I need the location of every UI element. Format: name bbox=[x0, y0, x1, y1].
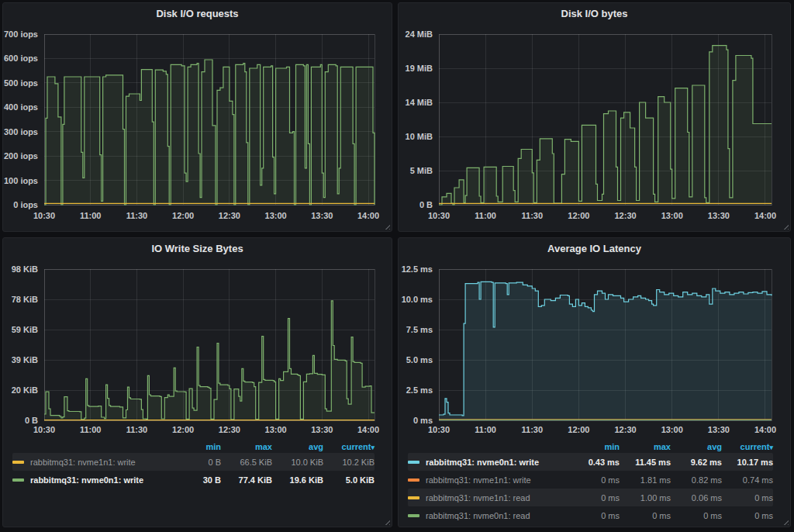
y-tick-label: 5 MiB bbox=[410, 166, 433, 175]
x-tick-label: 12:00 bbox=[568, 211, 589, 220]
legend-sort-current[interactable]: current▾ bbox=[323, 442, 375, 451]
legend-value-current: 0 ms bbox=[722, 511, 773, 520]
y-tick-label: 500 iops bbox=[4, 78, 38, 88]
legend-row: rabbitmq31: nvme1n1: write0 B66.5 KiB10.… bbox=[12, 453, 375, 471]
x-tick-label: 12:30 bbox=[219, 211, 240, 220]
legend-value-current: 5.0 KiB bbox=[323, 475, 375, 485]
y-tick-label: 12.5 ms bbox=[402, 264, 433, 274]
y-tick-label: 7.5 ms bbox=[406, 325, 433, 334]
x-tick-label: 13:00 bbox=[661, 211, 683, 220]
x-tick-label: 13:00 bbox=[265, 211, 287, 220]
chart-canvas[interactable]: 0 iops100 iops200 iops300 iops400 iops50… bbox=[3, 23, 392, 231]
legend-value-avg: 19.6 KiB bbox=[272, 475, 323, 485]
panel-resize-handle[interactable] bbox=[383, 518, 390, 525]
legend-series-name: rabbitmq31: nvme1n1: read bbox=[426, 493, 530, 503]
x-tick-label: 14:00 bbox=[754, 211, 776, 220]
chart-canvas[interactable]: 0 ms2.5 ms5.0 ms7.5 ms10.0 ms12.5 ms10:3… bbox=[399, 258, 790, 437]
dashboard: Disk I/O requests 0 iops100 iops200 iops… bbox=[0, 0, 794, 530]
x-tick-label: 12:00 bbox=[172, 425, 194, 434]
legend-value-max: 0 ms bbox=[620, 511, 671, 520]
legend-sort-max[interactable]: max bbox=[221, 442, 272, 451]
x-tick-label: 12:30 bbox=[219, 425, 240, 434]
series-fill bbox=[439, 46, 772, 205]
legend-row: rabbitmq31: nvme0n1: write0.43 ms11.45 m… bbox=[408, 453, 773, 471]
legend-row: rabbitmq31: nvme0n1: write30 B77.4 KiB19… bbox=[12, 471, 375, 489]
x-tick-label: 11:00 bbox=[80, 211, 102, 220]
legend-series-toggle[interactable]: rabbitmq31: nvme0n1: read bbox=[408, 511, 568, 520]
y-tick-label: 0 B bbox=[25, 416, 38, 425]
y-tick-label: 19 MiB bbox=[406, 64, 433, 73]
x-tick-label: 11:00 bbox=[475, 425, 496, 434]
legend-value-current: 10.17 ms bbox=[722, 458, 773, 467]
y-tick-label: 24 MiB bbox=[406, 29, 433, 39]
legend-sort-avg[interactable]: avg bbox=[272, 442, 323, 451]
legend-value-avg: 0.06 ms bbox=[671, 493, 722, 503]
legend-value-min: 0 ms bbox=[568, 493, 620, 503]
series-color-swatch-icon[interactable] bbox=[12, 478, 24, 482]
chart-canvas[interactable]: 0 B20 KiB39 KiB59 KiB78 KiB98 KiB10:3011… bbox=[3, 258, 392, 437]
series-color-swatch-icon[interactable] bbox=[408, 461, 419, 464]
legend-header-row: minmaxavgcurrent▾ bbox=[408, 440, 773, 453]
series-color-swatch-icon[interactable] bbox=[408, 496, 419, 499]
legend-sort-max[interactable]: max bbox=[620, 442, 671, 451]
x-tick-label: 12:00 bbox=[568, 425, 589, 434]
panel-disk-io-requests: Disk I/O requests 0 iops100 iops200 iops… bbox=[2, 2, 392, 232]
x-tick-label: 13:00 bbox=[661, 425, 683, 434]
y-tick-label: 98 KiB bbox=[12, 264, 38, 274]
x-tick-label: 14:00 bbox=[754, 425, 776, 434]
chart-disk-io-requests[interactable]: 0 iops100 iops200 iops300 iops400 iops50… bbox=[3, 23, 392, 231]
chart-disk-io-bytes[interactable]: 0 B5 MiB10 MiB14 MiB19 MiB24 MiB10:3011:… bbox=[399, 23, 790, 231]
chart-io-write-size-bytes[interactable]: 0 B20 KiB39 KiB59 KiB78 KiB98 KiB10:3011… bbox=[3, 258, 392, 437]
x-tick-label: 11:30 bbox=[522, 425, 544, 434]
y-tick-label: 0 iops bbox=[13, 200, 38, 209]
series-color-swatch-icon[interactable] bbox=[408, 478, 419, 482]
y-tick-label: 2.5 ms bbox=[406, 385, 433, 395]
y-tick-label: 200 iops bbox=[4, 151, 38, 161]
series-color-swatch-icon[interactable] bbox=[408, 514, 419, 517]
y-tick-label: 100 iops bbox=[4, 176, 38, 185]
x-tick-label: 13:00 bbox=[265, 425, 287, 434]
x-tick-label: 14:00 bbox=[357, 425, 379, 434]
x-tick-label: 13:30 bbox=[311, 425, 333, 434]
y-tick-label: 78 KiB bbox=[12, 295, 38, 304]
legend-row: rabbitmq31: nvme1n1: read0 ms1.00 ms0.06… bbox=[408, 489, 773, 506]
legend-series-name: rabbitmq31: nvme0n1: read bbox=[426, 511, 530, 520]
x-tick-label: 11:00 bbox=[80, 425, 102, 434]
y-tick-label: 0 B bbox=[419, 200, 433, 209]
legend-value-max: 1.81 ms bbox=[620, 475, 671, 485]
panel-title-io-write-size-bytes[interactable]: IO Write Size Bytes bbox=[3, 238, 392, 258]
y-tick-label: 10.0 ms bbox=[402, 295, 433, 304]
legend-value-min: 0 ms bbox=[568, 511, 620, 520]
legend-series-toggle[interactable]: rabbitmq31: nvme0n1: write bbox=[12, 475, 170, 485]
panel-title-average-io-latency[interactable]: Average IO Latency bbox=[399, 238, 790, 258]
legend-series-toggle[interactable]: rabbitmq31: nvme1n1: write bbox=[408, 475, 568, 485]
legend-value-max: 1.00 ms bbox=[620, 493, 671, 503]
chart-canvas[interactable]: 0 B5 MiB10 MiB14 MiB19 MiB24 MiB10:3011:… bbox=[399, 23, 790, 231]
legend-series-toggle[interactable]: rabbitmq31: nvme1n1: write bbox=[12, 458, 170, 467]
y-tick-label: 59 KiB bbox=[12, 325, 38, 334]
series-color-swatch-icon[interactable] bbox=[12, 461, 24, 464]
y-tick-label: 10 MiB bbox=[406, 132, 433, 141]
y-tick-label: 5.0 ms bbox=[406, 355, 433, 364]
panel-average-io-latency: Average IO Latency 0 ms2.5 ms5.0 ms7.5 m… bbox=[398, 237, 791, 527]
x-tick-label: 11:00 bbox=[475, 211, 496, 220]
legend-sort-avg[interactable]: avg bbox=[671, 442, 722, 451]
panel-title-disk-io-bytes[interactable]: Disk I/O bytes bbox=[399, 3, 790, 23]
legend-sort-current[interactable]: current▾ bbox=[722, 442, 773, 451]
x-tick-label: 14:00 bbox=[357, 211, 379, 220]
x-tick-label: 10:30 bbox=[428, 211, 450, 220]
legend-sort-min[interactable]: min bbox=[568, 442, 620, 451]
legend-sort-min[interactable]: min bbox=[170, 442, 221, 451]
legend-series-toggle[interactable]: rabbitmq31: nvme1n1: read bbox=[408, 493, 568, 503]
chart-average-io-latency[interactable]: 0 ms2.5 ms5.0 ms7.5 ms10.0 ms12.5 ms10:3… bbox=[399, 258, 790, 437]
sort-caret-icon: ▾ bbox=[769, 444, 773, 451]
legend-series-toggle[interactable]: rabbitmq31: nvme0n1: write bbox=[408, 458, 568, 467]
x-tick-label: 12:00 bbox=[172, 211, 194, 220]
panel-title-disk-io-requests[interactable]: Disk I/O requests bbox=[3, 3, 392, 23]
panel-io-write-size-bytes: IO Write Size Bytes 0 B20 KiB39 KiB59 Ki… bbox=[2, 237, 392, 527]
x-tick-label: 10:30 bbox=[428, 425, 450, 434]
legend-header-row: minmaxavgcurrent▾ bbox=[12, 440, 375, 453]
legend-value-max: 11.45 ms bbox=[620, 458, 671, 467]
legend-series-name: rabbitmq31: nvme0n1: write bbox=[426, 458, 539, 467]
legend-series-name: rabbitmq31: nvme0n1: write bbox=[30, 475, 143, 485]
